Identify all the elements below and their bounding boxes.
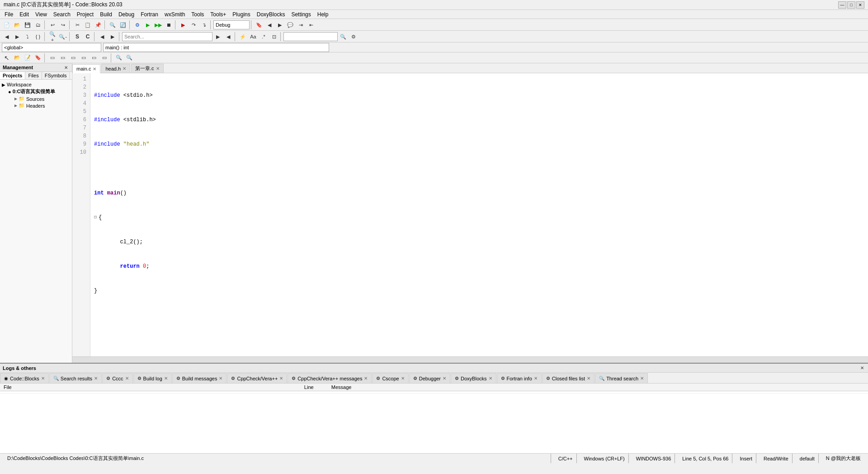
search-input[interactable] xyxy=(122,32,212,41)
tab-build-messages[interactable]: ⚙ Build messages ✕ xyxy=(172,373,227,383)
debug-next-btn[interactable]: ↷ xyxy=(189,20,198,30)
tab-cppcheck-vera[interactable]: ⚙ CppCheck/Vera++ ✕ xyxy=(227,373,287,383)
menu-settings[interactable]: Settings xyxy=(288,10,313,19)
undo-button[interactable]: ↩ xyxy=(47,20,57,30)
icon-bar-btn1[interactable]: ↖ xyxy=(2,53,12,63)
debug-step-btn[interactable]: ↴ xyxy=(199,20,209,30)
icon-bar-btn8[interactable]: ▭ xyxy=(79,53,89,63)
horizontal-scrollbar[interactable] xyxy=(72,356,868,363)
bottom-panel-close-btn[interactable]: ✕ xyxy=(859,365,865,371)
global-scope-dropdown[interactable]: <global> xyxy=(2,43,101,52)
search-scope-dropdown[interactable] xyxy=(283,32,338,41)
search-scope-opt-btn[interactable]: ⚙ xyxy=(349,32,359,42)
tab-debugger[interactable]: ⚙ Debugger ✕ xyxy=(409,373,450,383)
tab-doxyblocks[interactable]: ⚙ DoxyBlocks ✕ xyxy=(451,373,496,383)
tab-search-results[interactable]: 🔍 Search results ✕ xyxy=(49,373,102,383)
file-tab-chapter1[interactable]: 第一章.c ✕ xyxy=(131,64,164,73)
tab-build-messages-close[interactable]: ✕ xyxy=(219,376,222,381)
tab-fsymbols[interactable]: FSymbols xyxy=(42,72,70,79)
tab-cccc[interactable]: ⚙ Cccc ✕ xyxy=(102,373,132,383)
build-run-btn[interactable]: ▶▶ xyxy=(153,20,163,30)
icon-bar-btn2[interactable]: 📂 xyxy=(12,53,22,63)
find-button[interactable]: 🔍 xyxy=(108,20,118,30)
minimize-button[interactable]: — xyxy=(838,1,846,9)
tab-build-log-close[interactable]: ✕ xyxy=(164,376,168,381)
close-button[interactable]: ✕ xyxy=(856,1,864,9)
open-button[interactable]: 📂 xyxy=(12,20,22,30)
tab-cppcheck-vera-close[interactable]: ✕ xyxy=(279,376,283,381)
project-item[interactable]: ● 0:C语言其实很简单 xyxy=(2,88,70,95)
icon-bar-btn4[interactable]: 🔖 xyxy=(33,53,43,63)
menu-edit[interactable]: Edit xyxy=(17,10,32,19)
tab-fortran-info-close[interactable]: ✕ xyxy=(534,376,538,381)
icon-bar-btn11[interactable]: 🔍 xyxy=(114,53,124,63)
tab-thread-search[interactable]: 🔍 Thread search ✕ xyxy=(595,373,648,383)
bookmark-btn[interactable]: 🔖 xyxy=(254,20,264,30)
maximize-button[interactable]: □ xyxy=(847,1,855,9)
icon-bar-btn10[interactable]: ▭ xyxy=(99,53,109,63)
tab-codeblocks[interactable]: ◉ Code::Blocks ✕ xyxy=(0,373,49,383)
tab-debugger-close[interactable]: ✕ xyxy=(443,376,446,381)
icon-bar-btn5[interactable]: ▭ xyxy=(47,53,57,63)
file-tab-chapter1-close[interactable]: ✕ xyxy=(156,66,160,71)
next-bookmark-btn[interactable]: ▶ xyxy=(275,20,285,30)
menu-help[interactable]: Help xyxy=(315,10,331,19)
build-config-dropdown[interactable]: Debug Release xyxy=(213,20,250,29)
tab-closed-files-close[interactable]: ✕ xyxy=(587,376,590,381)
tab-closed-files[interactable]: ⚙ Closed files list ✕ xyxy=(542,373,594,383)
jump-btn[interactable]: ⤵ xyxy=(23,32,33,42)
search-go-btn[interactable]: ▶ xyxy=(213,32,223,42)
tab-build-log[interactable]: ⚙ Build log ✕ xyxy=(133,373,172,383)
prev-bookmark-btn[interactable]: ◀ xyxy=(264,20,274,30)
tab-doxyblocks-close[interactable]: ✕ xyxy=(489,376,492,381)
file-tab-head-close[interactable]: ✕ xyxy=(123,66,126,71)
nav-back-btn[interactable]: ◀ xyxy=(2,32,12,42)
tab-files[interactable]: Files xyxy=(25,72,42,79)
headers-item[interactable]: ▶ 📁 Headers xyxy=(2,102,70,109)
indent-btn[interactable]: ⇥ xyxy=(296,20,306,30)
menu-search[interactable]: Search xyxy=(51,10,73,19)
icon-bar-btn7[interactable]: ▭ xyxy=(68,53,78,63)
file-tab-main[interactable]: main.c ✕ xyxy=(72,64,100,73)
tab-codeblocks-close[interactable]: ✕ xyxy=(41,376,45,381)
menu-file[interactable]: File xyxy=(2,10,16,19)
menu-plugins[interactable]: Plugins xyxy=(230,10,253,19)
cut-button[interactable]: ✂ xyxy=(72,20,82,30)
tab-fortran-info[interactable]: ⚙ Fortran info ✕ xyxy=(497,373,542,383)
code-complete-btn[interactable]: C xyxy=(83,32,93,42)
debug-btn[interactable]: ▶ xyxy=(178,20,188,30)
menu-build[interactable]: Build xyxy=(97,10,115,19)
next-nav-btn[interactable]: ▶ xyxy=(108,32,118,42)
menu-debug[interactable]: Debug xyxy=(116,10,137,19)
icon-bar-btn9[interactable]: ▭ xyxy=(89,53,99,63)
code-content[interactable]: #include <stdio.h> #include <stdlib.h> #… xyxy=(90,73,868,356)
paste-button[interactable]: 📌 xyxy=(93,20,103,30)
menu-tools[interactable]: Tools xyxy=(189,10,207,19)
redo-button[interactable]: ↪ xyxy=(58,20,68,30)
case-btn[interactable]: Aa xyxy=(248,32,258,42)
tab-thread-search-close[interactable]: ✕ xyxy=(640,376,644,381)
run-btn[interactable]: ▶ xyxy=(143,20,153,30)
prev-nav-btn[interactable]: ◀ xyxy=(97,32,107,42)
unindent-btn[interactable]: ⇤ xyxy=(306,20,316,30)
new-button[interactable]: 📄 xyxy=(2,20,12,30)
tab-cppcheck-vera-messages[interactable]: ⚙ CppCheck/Vera++ messages ✕ xyxy=(288,373,372,383)
menu-fortran[interactable]: Fortran xyxy=(138,10,161,19)
build-btn[interactable]: ⚙ xyxy=(132,20,142,30)
icon-bar-btn3[interactable]: 📝 xyxy=(23,53,33,63)
save-button[interactable]: 💾 xyxy=(23,20,33,30)
management-close-btn[interactable]: ✕ xyxy=(63,64,69,71)
icon-bar-btn6[interactable]: ▭ xyxy=(58,53,68,63)
replace-button[interactable]: 🔄 xyxy=(118,20,128,30)
menu-view[interactable]: View xyxy=(33,10,50,19)
save-all-button[interactable]: 🗂 xyxy=(33,20,43,30)
tab-cscope-close[interactable]: ✕ xyxy=(401,376,405,381)
match-brace-btn[interactable]: { } xyxy=(33,32,43,42)
code-editor-area[interactable]: 1 2 3 4 5 6 7 8 9 10 #include <stdio.h> … xyxy=(72,73,868,356)
menu-wxsmith[interactable]: wxSmith xyxy=(162,10,188,19)
zoom-in-btn[interactable]: 🔍+ xyxy=(47,32,57,42)
stop-btn[interactable]: ⏹ xyxy=(164,20,174,30)
file-tab-head[interactable]: head.h ✕ xyxy=(101,64,130,73)
function-dropdown[interactable]: main() : int xyxy=(103,43,329,52)
tab-cscope[interactable]: ⚙ Cscope ✕ xyxy=(372,373,408,383)
